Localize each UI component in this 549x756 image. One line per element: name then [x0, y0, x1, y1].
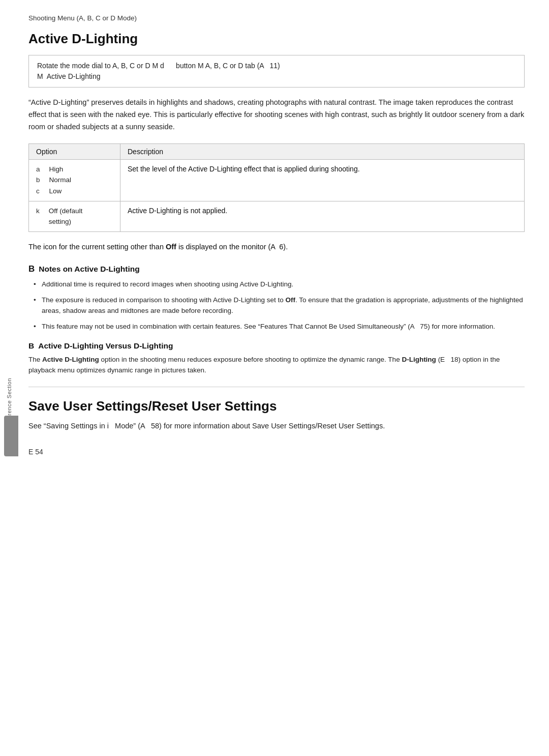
section1-title: Active D-Lighting: [28, 31, 525, 47]
list-item: The exposure is reduced in comparison to…: [34, 295, 525, 316]
sidebar-tab: [4, 416, 18, 456]
section1-description: “Active D-Lighting” preserves details in…: [28, 97, 525, 133]
section1: Active D-Lighting Rotate the mode dial t…: [28, 31, 525, 375]
table-cell-option2: k Off (defaultsetting): [29, 201, 120, 231]
versus-desc: The Active D-Lighting option in the shoo…: [28, 355, 525, 376]
list-item: Additional time is required to record im…: [34, 279, 525, 290]
page-number: E 54: [28, 448, 525, 456]
footer-note: The icon for the current setting other t…: [28, 241, 525, 253]
section2: Save User Settings/Reset User Settings S…: [28, 398, 525, 432]
b-icon-versus: B: [28, 341, 34, 351]
table-header-option: Option: [29, 143, 120, 159]
option-values-1: HighNormalLow: [49, 164, 72, 197]
sidebar: Reference Section: [0, 0, 18, 756]
table-cell-desc2: Active D-Lighting is not applied.: [120, 201, 525, 231]
table-row: abc HighNormalLow Set the level of the A…: [29, 159, 525, 201]
versus-title: B Active D-Lighting Versus D-Lighting: [28, 341, 525, 351]
options-table: Option Description abc HighNormalLow Set…: [28, 143, 525, 232]
table-cell-option1: abc HighNormalLow: [29, 159, 120, 201]
option-letters-2: k: [36, 206, 40, 227]
option-letters-1: abc: [36, 164, 40, 197]
notes-title-text: Notes on Active D-Lighting: [39, 265, 139, 274]
section2-title: Save User Settings/Reset User Settings: [28, 398, 525, 414]
section-divider: [28, 387, 525, 387]
instruction-text: Rotate the mode dial to A, B, C or D M d…: [37, 62, 280, 80]
table-header-description: Description: [120, 143, 525, 159]
list-item: This feature may not be used in combinat…: [34, 322, 525, 332]
notes-list: Additional time is required to record im…: [28, 279, 525, 332]
instruction-box: Rotate the mode dial to A, B, C or D M d…: [28, 55, 525, 88]
table-cell-desc1: Set the level of the Active D-Lighting e…: [120, 159, 525, 201]
section2-description: See “Saving Settings in i Mode” (A 58) f…: [28, 420, 525, 432]
main-content: Shooting Menu (A, B, C or D Mode) Active…: [18, 0, 549, 756]
versus-title-text: Active D-Lighting Versus D-Lighting: [38, 341, 173, 351]
b-icon-notes: B: [28, 264, 35, 274]
breadcrumb: Shooting Menu (A, B, C or D Mode): [28, 14, 525, 22]
notes-title: B Notes on Active D-Lighting: [28, 264, 525, 274]
option-values-2: Off (defaultsetting): [49, 206, 83, 227]
notes-section: B Notes on Active D-Lighting Additional …: [28, 264, 525, 332]
table-row: k Off (defaultsetting) Active D-Lighting…: [29, 201, 525, 231]
versus-section: B Active D-Lighting Versus D-Lighting Th…: [28, 341, 525, 376]
